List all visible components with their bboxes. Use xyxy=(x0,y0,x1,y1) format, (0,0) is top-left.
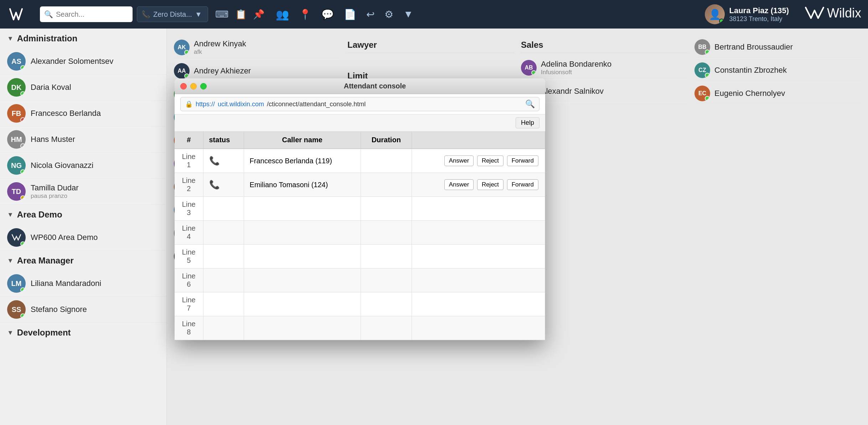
center-nav-icons: 👥 📍 💬 📄 ↩ ⚙ ▼ xyxy=(276,8,413,21)
answer-button[interactable]: Answer xyxy=(444,155,474,166)
status-dot xyxy=(705,96,710,101)
minimize-button[interactable] xyxy=(190,83,197,89)
status-dot xyxy=(20,241,25,246)
close-button[interactable] xyxy=(180,83,187,89)
actions-cell xyxy=(412,268,545,292)
avatar: FB xyxy=(7,104,26,123)
attendant-table: # status Caller name Duration Line 1 📞 F… xyxy=(175,132,545,340)
contact-name: Nicola Giovanazzi xyxy=(31,161,93,170)
list-item[interactable]: HM Hans Muster xyxy=(0,127,166,153)
contact-info: Tamilla Dudar pausa pranzo xyxy=(31,183,79,200)
attendant-console-window: Attendant console 🔒 https://ucit.wildixi… xyxy=(175,78,545,340)
sidebar-group-area-manager[interactable]: ▼ Area Manager xyxy=(0,251,166,271)
sidebar-group-area-demo[interactable]: ▼ Area Demo xyxy=(0,205,166,225)
table-row: Line 4 xyxy=(175,221,545,245)
contacts-icon[interactable]: 👥 xyxy=(276,8,289,21)
contact-info: WP600 Area Demo xyxy=(31,233,98,242)
sidebar-group-administration[interactable]: ▼ Administration xyxy=(0,29,166,48)
list-item[interactable]: AB Adelina Bondarenko Infusionsoft xyxy=(521,56,687,80)
avatar: 👤 xyxy=(705,4,725,24)
line-number: Line 6 xyxy=(175,268,203,292)
list-item[interactable]: WP600 Area Demo xyxy=(0,225,166,251)
contact-name: Eugenio Chernolyev xyxy=(714,89,785,98)
modal-titlebar: Attendant console xyxy=(175,78,545,94)
line-number: Line 2 xyxy=(175,173,203,197)
reject-button[interactable]: Reject xyxy=(477,155,503,166)
actions-cell: Answer Reject Forward xyxy=(412,149,545,173)
list-item[interactable]: BB Bertrand Broussaudier xyxy=(694,36,861,59)
call-duration xyxy=(361,149,412,173)
pin-icon[interactable]: 📌 xyxy=(253,9,264,20)
section-title: Lawyer xyxy=(347,36,514,53)
list-item[interactable]: TD Tamilla Dudar pausa pranzo xyxy=(0,179,166,205)
col-header-number: # xyxy=(175,132,203,149)
forward-button[interactable]: Forward xyxy=(507,155,538,166)
avatar: AS xyxy=(7,52,26,71)
url-host: ucit.wildixin.com xyxy=(218,101,264,108)
brand-logo: Wildix xyxy=(804,4,861,25)
actions-cell xyxy=(412,221,545,245)
notes-icon[interactable]: 📄 xyxy=(344,9,356,20)
search-input[interactable] xyxy=(56,10,128,19)
sidebar-group-development[interactable]: ▼ Development xyxy=(0,323,166,343)
user-name: Laura Piaz (135) xyxy=(729,6,789,15)
contact-info: Daria Koval xyxy=(31,83,71,92)
contact-info: Liliana Mandaradoni xyxy=(31,279,101,288)
avatar: TD xyxy=(7,182,26,201)
list-item[interactable]: DK Daria Koval xyxy=(0,75,166,101)
chat-icon[interactable]: 💬 xyxy=(321,9,334,20)
help-button[interactable]: Help xyxy=(516,117,539,128)
dropdown-arrow-icon[interactable]: ▼ xyxy=(403,9,413,20)
answer-button[interactable]: Answer xyxy=(444,179,474,190)
list-item[interactable]: SS Stefano Signore xyxy=(0,297,166,323)
call-status xyxy=(203,268,244,292)
list-item[interactable]: AK Andrew Kinyak afk xyxy=(174,36,340,60)
list-item[interactable]: EC Eugenio Chernolyev xyxy=(694,82,861,105)
location-icon[interactable]: 📍 xyxy=(299,9,311,20)
table-header-row: # status Caller name Duration xyxy=(175,132,545,149)
user-location: 38123 Trento, Italy xyxy=(729,15,789,23)
call-status xyxy=(203,221,244,245)
list-item[interactable]: NG Nicola Giovanazzi xyxy=(0,153,166,179)
caller-name xyxy=(244,292,361,316)
list-item[interactable]: CZ Constantin Zbrozhek xyxy=(694,59,861,82)
voicemail-icon[interactable]: 📋 xyxy=(235,9,247,20)
contact-name: WP600 Area Demo xyxy=(31,233,98,242)
line-number: Line 3 xyxy=(175,197,203,221)
list-item[interactable]: LM Liliana Mandaradoni xyxy=(0,271,166,297)
maximize-button[interactable] xyxy=(200,83,207,89)
svg-text:Wildix: Wildix xyxy=(827,6,861,20)
actions-cell xyxy=(412,197,545,221)
caller-name xyxy=(244,221,361,245)
status-dot xyxy=(184,73,189,78)
forward-button[interactable]: Forward xyxy=(507,179,538,190)
app-logo xyxy=(7,5,36,23)
status-dot xyxy=(184,50,189,55)
ssl-icon: 🔒 xyxy=(185,100,193,108)
group-label: Area Manager xyxy=(17,256,74,266)
caller-name xyxy=(244,268,361,292)
url-bar[interactable]: 🔒 https://ucit.wildixin.com/cticonnect/a… xyxy=(180,97,539,111)
contact-info: Andrey Akhiezer xyxy=(194,66,251,76)
section-title-sales: Sales xyxy=(521,36,687,53)
settings-icon[interactable]: ⚙ xyxy=(384,9,393,20)
list-item[interactable]: FB Francesco Berlanda xyxy=(0,101,166,127)
dialpad-icon[interactable]: ⌨ xyxy=(215,9,229,20)
history-icon[interactable]: ↩ xyxy=(366,9,374,20)
user-info: Laura Piaz (135) 38123 Trento, Italy xyxy=(729,6,789,23)
avatar: HM xyxy=(7,130,26,149)
url-scheme: https:// xyxy=(196,101,215,108)
group-label: Administration xyxy=(17,34,77,43)
toolbar-icons: ⌨ 📋 📌 xyxy=(215,9,264,20)
contact-info: Constantin Zbrozhek xyxy=(714,66,787,75)
url-search-icon[interactable]: 🔍 xyxy=(525,99,535,109)
phone-bar[interactable]: 📞 Zero Dista... ▼ xyxy=(137,6,208,22)
contact-status: afk xyxy=(194,48,246,56)
list-item[interactable]: AS Alexandr Salnikov xyxy=(521,80,687,103)
avatar xyxy=(7,228,26,247)
group-label: Development xyxy=(17,328,71,338)
contact-name: Alexandr Salnikov xyxy=(541,87,604,96)
call-duration xyxy=(361,268,412,292)
reject-button[interactable]: Reject xyxy=(477,179,503,190)
list-item[interactable]: AS Alexander Solomentsev xyxy=(0,48,166,75)
